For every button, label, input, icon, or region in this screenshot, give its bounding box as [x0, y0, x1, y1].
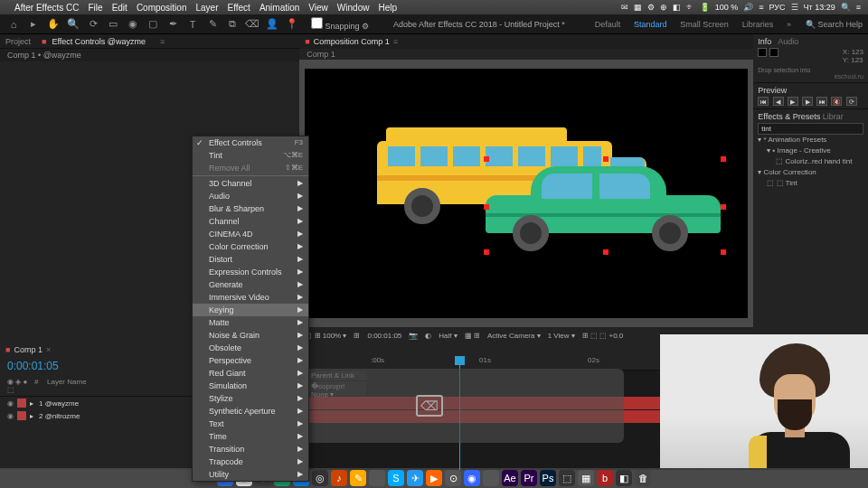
dock-item[interactable]	[483, 470, 499, 486]
camera-dropdown[interactable]: Active Camera ▾	[487, 332, 541, 340]
viewer[interactable]	[299, 60, 753, 327]
dock-item[interactable]: Ae	[502, 470, 518, 486]
status-icon[interactable]: ⊕	[660, 3, 667, 12]
ws-small[interactable]: Small Screen	[680, 20, 729, 29]
ws-more-icon[interactable]: »	[787, 20, 791, 29]
tree-item[interactable]: ▾ * Animation Presets	[758, 135, 863, 145]
first-frame-icon[interactable]: ⏮	[758, 97, 769, 106]
home-icon[interactable]: ⌂	[5, 16, 22, 33]
menu-composition[interactable]: Composition	[137, 3, 187, 13]
dock-item[interactable]: S	[388, 470, 404, 486]
menu-cat-text[interactable]: Text▶	[193, 418, 308, 430]
menu-cat-distort[interactable]: Distort▶	[193, 253, 308, 266]
zoom-tool-icon[interactable]: 🔍	[65, 16, 81, 33]
close-icon[interactable]: ×	[46, 345, 51, 354]
menu-cat-keying[interactable]: Keying▶	[193, 304, 308, 316]
menu-cat-red-giant[interactable]: Red Giant▶	[193, 367, 308, 380]
status-icon[interactable]: ⚙	[647, 3, 655, 12]
menu-cat-time[interactable]: Time▶	[193, 430, 308, 443]
selection-handle[interactable]	[603, 249, 609, 255]
status-icon[interactable]: ✉	[621, 3, 628, 12]
selection-handle[interactable]	[603, 156, 609, 162]
menu-cat-simulation[interactable]: Simulation▶	[193, 380, 308, 392]
eraser-tool-icon[interactable]: ⌫	[244, 16, 260, 33]
dock-item[interactable]	[369, 470, 385, 486]
spotlight-icon[interactable]: 🔍	[841, 3, 851, 12]
selection-tool-icon[interactable]: ▸	[25, 16, 42, 33]
tab-timeline-comp[interactable]: Comp 1	[14, 345, 42, 354]
menu-tint[interactable]: Tint⌥⌘E	[193, 149, 308, 162]
selection-handle[interactable]	[721, 204, 726, 210]
menu-layer[interactable]: Layer	[195, 3, 218, 13]
snapshot-icon[interactable]: 📷	[409, 332, 418, 340]
comp-canvas[interactable]	[305, 69, 748, 318]
type-tool-icon[interactable]: T	[184, 16, 201, 33]
dock-item[interactable]: ⊙	[445, 470, 461, 486]
dock-item[interactable]: Ps	[540, 470, 556, 486]
menu-cat-3d-channel[interactable]: 3D Channel▶	[193, 177, 308, 190]
menu-cat-obsolete[interactable]: Obsolete▶	[193, 342, 308, 354]
camera-tool-icon[interactable]: ▭	[105, 16, 121, 33]
menu-cat-color-correction[interactable]: Color Correction▶	[193, 240, 308, 253]
panel-menu-icon[interactable]: ≡	[393, 37, 398, 46]
comp-path[interactable]: Comp 1	[299, 49, 753, 60]
input-lang[interactable]: РУС	[769, 3, 786, 12]
selection-handle[interactable]	[484, 249, 489, 255]
menu-cat-noise-grain[interactable]: Noise & Grain▶	[193, 329, 308, 342]
menu-cat-blur-sharpen[interactable]: Blur & Sharpen▶	[193, 202, 308, 215]
clock[interactable]: Чт 13:29	[804, 3, 835, 12]
time-display[interactable]: 0:00:01:05	[367, 332, 401, 340]
menu-view[interactable]: View	[308, 3, 328, 13]
tree-item[interactable]: ⬚ ⬚ Tint	[758, 178, 863, 189]
hand-tool-icon[interactable]: ✋	[45, 16, 61, 33]
backspace-icon[interactable]: ⌫	[416, 395, 443, 417]
status-icon[interactable]: ▦	[634, 3, 642, 12]
res-dropdown[interactable]: Half ▾	[439, 332, 457, 340]
dock-item[interactable]: ◎	[312, 470, 328, 486]
tab-composition[interactable]: Composition Comp 1	[314, 37, 390, 46]
menu-cat-channel[interactable]: Channel▶	[193, 215, 308, 228]
brush-tool-icon[interactable]: ✎	[204, 16, 221, 33]
dock-item[interactable]: ✈	[407, 470, 423, 486]
menu-effect-controls[interactable]: ✓Effect ControlsF3	[193, 136, 308, 149]
menu-cat-matte[interactable]: Matte▶	[193, 316, 308, 329]
dock-item[interactable]: Pr	[521, 470, 537, 486]
menu-cat-synthetic-aperture[interactable]: Synthetic Aperture▶	[193, 405, 308, 418]
dock-item[interactable]: ✎	[350, 470, 366, 486]
snapping-checkbox[interactable]	[311, 17, 323, 29]
dock-item[interactable]: b	[597, 470, 613, 486]
rotate-tool-icon[interactable]: ⟳	[85, 16, 101, 33]
zoom-dropdown[interactable]: ▢ ⊞ 100% ▾	[305, 332, 346, 340]
wifi-icon[interactable]: ᯤ	[686, 3, 694, 12]
mute-icon[interactable]: 🔇	[831, 97, 842, 106]
channel-icon[interactable]: ◐	[425, 332, 431, 340]
menu-animation[interactable]: Animation	[259, 3, 299, 13]
menu-help[interactable]: Help	[378, 3, 397, 13]
status-icon[interactable]: ◧	[673, 3, 681, 12]
ws-default[interactable]: Default	[595, 20, 621, 29]
menu-cat-cinema-4d[interactable]: CINEMA 4D▶	[193, 228, 308, 240]
pen-tool-icon[interactable]: ✒	[165, 16, 181, 33]
viewer-opts[interactable]: ⊞ ⬚ ⬚ +0.0	[582, 332, 623, 340]
selection-handle[interactable]	[484, 204, 489, 210]
effects-search-input[interactable]	[758, 123, 863, 135]
selection-handle[interactable]	[721, 249, 726, 255]
status-icon[interactable]: ☰	[791, 3, 798, 12]
menu-cat-perspective[interactable]: Perspective▶	[193, 354, 308, 367]
ws-standard[interactable]: Standard	[634, 20, 667, 29]
dock-item[interactable]: ♪	[331, 470, 347, 486]
menu-effect[interactable]: Effect	[227, 3, 250, 13]
menu-edit[interactable]: Edit	[112, 3, 127, 13]
tree-item[interactable]: ▾ Color Correction	[758, 167, 863, 178]
menu-cat-expression-controls[interactable]: Expression Controls▶	[193, 266, 308, 278]
loop-icon[interactable]: ⟳	[846, 97, 857, 106]
dock-item[interactable]: ◉	[464, 470, 480, 486]
resolution-btn[interactable]: ⊞	[354, 332, 360, 340]
menu-cat-transition[interactable]: Transition▶	[193, 443, 308, 455]
last-frame-icon[interactable]: ⏭	[816, 97, 827, 106]
dock-item[interactable]: ▶	[426, 470, 442, 486]
selection-handle[interactable]	[721, 156, 726, 162]
next-frame-icon[interactable]: ▶	[802, 97, 813, 106]
grid-icon[interactable]: ▦ ⊞	[465, 332, 480, 340]
tab-project[interactable]: Project	[5, 37, 31, 46]
